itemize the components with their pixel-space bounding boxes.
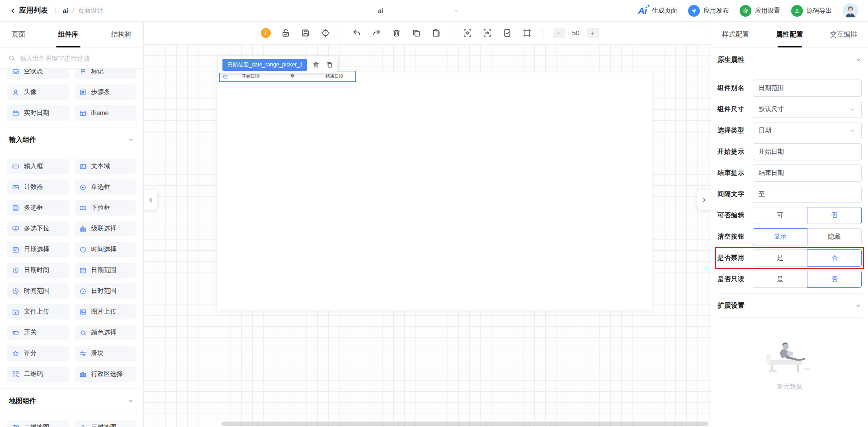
field-input-间隔文字[interactable] xyxy=(759,191,856,198)
selected-component-chip[interactable]: 日期范围_date_range_picker_1 xyxy=(222,59,307,71)
back-button[interactable]: 应用列表 xyxy=(10,6,48,15)
library-item-行政区选择[interactable]: 行政区选择 xyxy=(75,366,137,382)
field-input-结束提示[interactable] xyxy=(759,169,856,177)
library-item-开关[interactable]: 开关 xyxy=(7,325,69,340)
library-item-label: 时间范围 xyxy=(24,287,49,295)
library-item-文本域[interactable]: 文本域 xyxy=(75,159,137,174)
tab-interaction-config[interactable]: 交互编排 xyxy=(830,22,857,47)
library-item-头像[interactable]: 头像 xyxy=(7,84,69,100)
tab-pages[interactable]: 页面 xyxy=(12,22,25,47)
library-item-时间选择[interactable]: 时间选择 xyxy=(75,242,137,257)
tab-property-config[interactable]: 属性配置 xyxy=(776,22,803,47)
collapse-right-panel-handle[interactable] xyxy=(697,190,711,210)
segment-option-否[interactable]: 否 xyxy=(807,207,862,224)
copy-icon[interactable] xyxy=(411,28,421,38)
field-label: 组件尺寸 xyxy=(717,105,753,113)
library-item-计数器[interactable]: 计数器 xyxy=(7,179,69,195)
trash-icon[interactable] xyxy=(392,28,401,38)
header-action-label: 应用发布 xyxy=(703,7,729,15)
library-item-文件上传[interactable]: 文件上传 xyxy=(7,304,69,319)
library-item-级联选择[interactable]: 级联选择 xyxy=(75,221,137,236)
library-item-实时日期[interactable]: 实时日期 xyxy=(7,105,69,121)
segment-option-显示[interactable]: 显示 xyxy=(753,228,807,245)
undo-icon[interactable] xyxy=(352,28,362,38)
select-icon xyxy=(79,204,87,212)
save-icon[interactable] xyxy=(301,28,311,38)
library-item-输入框[interactable]: 输入框 xyxy=(7,159,69,174)
horizontal-scrollbar[interactable] xyxy=(222,422,708,426)
library-item-标记[interactable]: 标记 xyxy=(75,69,137,79)
tab-style-config[interactable]: 样式配置 xyxy=(722,22,749,47)
delete-component-icon[interactable] xyxy=(312,61,320,69)
unlock-check-icon[interactable] xyxy=(281,28,291,38)
header-action-label: 应用设置 xyxy=(755,7,780,15)
library-item-label: 步骤条 xyxy=(91,88,110,96)
segment-option-是[interactable]: 是 xyxy=(753,249,807,267)
duplicate-component-icon[interactable] xyxy=(326,61,333,69)
page-select[interactable]: ai xyxy=(378,0,383,22)
zoom-out-button[interactable]: − xyxy=(553,28,565,38)
map3d-icon xyxy=(79,424,87,427)
header-action-生成页面[interactable]: Ai✦生成页面 xyxy=(638,5,677,16)
date-icon xyxy=(12,246,19,253)
section-native-properties[interactable]: 原生属性 xyxy=(717,48,862,72)
library-item-二维码[interactable]: 二维码 xyxy=(7,366,69,382)
field-input-开始提示[interactable] xyxy=(759,148,856,155)
field-input-组件别名[interactable] xyxy=(759,84,856,92)
segment-option-可[interactable]: 可 xyxy=(753,207,807,224)
library-item-日时范围[interactable]: 日时范围 xyxy=(75,283,137,299)
header-action-应用设置[interactable]: 应用设置 xyxy=(740,5,780,17)
library-item-评分[interactable]: 评分 xyxy=(7,346,69,361)
tab-component-library[interactable]: 组件库 xyxy=(58,22,79,47)
header-action-源码导出[interactable]: 源码导出 xyxy=(791,5,832,17)
library-item-空状态[interactable]: 空状态 xyxy=(7,69,69,79)
header-action-应用发布[interactable]: 应用发布 xyxy=(688,5,729,17)
library-item-步骤条[interactable]: 步骤条 xyxy=(75,84,137,100)
chevron-down-icon[interactable] xyxy=(453,0,459,22)
library-section-输入组件[interactable]: 输入组件 xyxy=(0,127,143,152)
search-input[interactable] xyxy=(20,55,135,62)
doc-check-icon[interactable] xyxy=(502,28,512,38)
segment-option-是[interactable]: 是 xyxy=(753,271,807,288)
calendar-icon xyxy=(12,109,19,117)
collapse-left-panel-handle[interactable] xyxy=(144,190,157,210)
library-item-三维地图[interactable]: 三维地图 xyxy=(75,420,137,427)
tab-structure-tree[interactable]: 结构树 xyxy=(111,22,132,47)
page-artboard[interactable]: 开始日期 至 结束日期 xyxy=(217,72,652,310)
redo-icon[interactable] xyxy=(372,28,382,38)
library-section-地图组件[interactable]: 地图组件 xyxy=(0,388,143,413)
library-item-时间范围[interactable]: 时间范围 xyxy=(7,283,69,299)
library-item-日期选择[interactable]: 日期选择 xyxy=(7,242,69,257)
target-icon[interactable] xyxy=(321,28,330,38)
scan-code-icon[interactable] xyxy=(482,28,492,38)
library-item-滑块[interactable]: 滑块 xyxy=(75,346,137,361)
search-icon xyxy=(8,55,15,62)
segment-option-否[interactable]: 否 xyxy=(807,271,862,288)
library-item-多选下拉[interactable]: 多选下拉 xyxy=(7,221,69,236)
user-avatar[interactable] xyxy=(843,3,858,19)
segment-option-隐藏[interactable]: 隐藏 xyxy=(807,228,862,245)
paste-icon[interactable] xyxy=(431,28,441,38)
segment-option-否[interactable]: 否 xyxy=(807,249,862,267)
zoom-in-button[interactable]: + xyxy=(587,28,599,38)
library-item-日期时间[interactable]: 日期时间 xyxy=(7,263,69,278)
empty-state: 暂无数据 xyxy=(717,337,862,391)
library-item-二维地图[interactable]: 二维地图 xyxy=(7,420,69,427)
section-extended-settings[interactable]: 扩展设置 xyxy=(717,293,862,318)
scan-eye-icon[interactable] xyxy=(462,28,472,38)
canvas-grid[interactable]: 开始日期 至 结束日期 日期范围_date_range_picker_1 xyxy=(144,44,711,427)
library-item-颜色选择[interactable]: 颜色选择 xyxy=(75,325,137,340)
field-select-选择类型[interactable]: 日期 xyxy=(753,122,862,139)
library-item-多选框[interactable]: 多选框 xyxy=(7,200,69,216)
field-select-组件尺寸[interactable]: 默认尺寸 xyxy=(753,101,862,118)
library-item-下拉框[interactable]: 下拉框 xyxy=(75,200,137,216)
library-item-label: 单选框 xyxy=(91,183,110,191)
library-item-iframe[interactable]: iframe xyxy=(75,105,137,121)
field-row-是否禁用: 是否禁用是否 xyxy=(717,249,862,267)
info-icon[interactable]: i xyxy=(261,28,271,38)
frame-icon[interactable] xyxy=(522,28,532,38)
breadcrumb-app: ai xyxy=(63,7,68,14)
library-item-日期范围[interactable]: 日期范围 xyxy=(75,263,137,278)
library-item-单选框[interactable]: 单选框 xyxy=(75,179,137,195)
library-item-图片上传[interactable]: 图片上传 xyxy=(75,304,137,319)
